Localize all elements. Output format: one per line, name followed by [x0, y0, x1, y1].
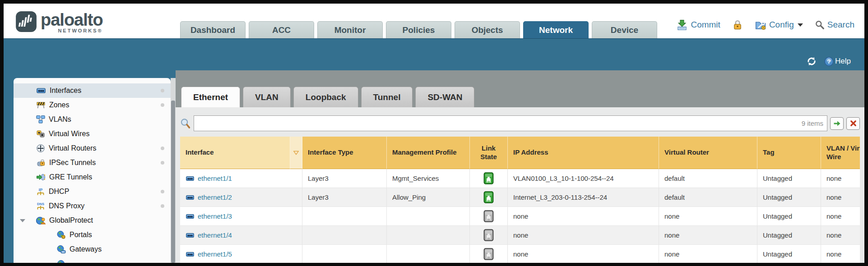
ip-cell: none [508, 245, 659, 263]
config-icon [755, 19, 766, 31]
apply-filter-button[interactable] [830, 117, 844, 130]
commit-button[interactable]: Commit [676, 19, 720, 31]
sidebar-scrollbar[interactable] [171, 78, 176, 263]
brand-name: paloalto [41, 11, 103, 29]
profile-cell [387, 226, 470, 245]
router-cell: none [659, 207, 757, 226]
table-row[interactable]: ethernet1/2 Layer3 Allow_Ping Internet_L… [180, 188, 860, 207]
sidebar-item-label: GlobalProtect [49, 216, 93, 225]
col-interface[interactable]: Interface [180, 137, 290, 169]
table-row[interactable]: ethernet1/4 none none Untagged none [180, 226, 860, 245]
table-row[interactable]: ethernet1/1 Layer3 Mgmt_Services VLAN010… [180, 169, 860, 188]
sidebar-item-globalprotect[interactable]: GlobalProtect [14, 213, 171, 228]
link-up-icon [483, 191, 494, 203]
col-virtual-router[interactable]: Virtual Router [659, 137, 757, 169]
sidebar-item-interfaces[interactable]: Interfaces [14, 83, 171, 98]
subtab-ethernet[interactable]: Ethernet [181, 87, 240, 107]
table-row[interactable]: ethernet1/5 none none Untagged none [180, 245, 860, 263]
tag-cell: Untagged [757, 226, 821, 245]
subtab-vlan[interactable]: VLAN [243, 87, 291, 107]
sidebar-item-label: Virtual Routers [49, 144, 97, 152]
col-link-state[interactable]: Link State [470, 137, 508, 169]
sidebar-item-label: Zones [49, 101, 69, 109]
link-state-cell [470, 169, 508, 188]
search-icon [815, 20, 825, 30]
sidebar-item-virtual-wires[interactable]: Virtual Wires [14, 127, 171, 141]
tab-acc[interactable]: ACC [249, 21, 314, 38]
sidebar-item-portals[interactable]: Portals [14, 228, 171, 242]
filter-input[interactable] [194, 116, 827, 131]
sidebar-item-dns-proxy[interactable]: DNS Proxy [14, 199, 171, 213]
sidebar-item-ipsec-tunnels[interactable]: IPSec Tunnels [14, 156, 171, 170]
tab-network[interactable]: Network [523, 21, 589, 38]
search-button[interactable]: Search [815, 20, 854, 30]
interface-link[interactable]: ethernet1/5 [198, 250, 232, 258]
interfaces-icon [36, 86, 46, 95]
tab-device[interactable]: Device [592, 21, 657, 38]
clipped-item-icon [57, 259, 66, 263]
item-dot [161, 204, 164, 208]
item-dot [161, 103, 164, 107]
sidebar-item-label: Interfaces [50, 87, 81, 95]
item-dot [161, 147, 164, 150]
tab-monitor[interactable]: Monitor [317, 21, 383, 38]
col-interface-type[interactable]: Interface Type [302, 137, 387, 169]
sidebar-item-gateways[interactable]: Gateways [14, 242, 171, 257]
interface-link[interactable]: ethernet1/2 [198, 193, 232, 201]
scrollbar-thumb[interactable] [171, 101, 175, 263]
filter-row: 9 items [180, 115, 860, 131]
subtab-sdwan[interactable]: SD-WAN [415, 87, 474, 107]
table-row[interactable]: ethernet1/3 none none Untagged none [180, 207, 860, 226]
sidebar-item-gre-tunnels[interactable]: GRE Tunnels [14, 170, 171, 184]
sidebar: Interfaces Zones VLANs Virtual Wires Vir… [14, 78, 171, 263]
sort-dropdown[interactable] [290, 137, 302, 169]
sidebar-item-vlans[interactable]: VLANs [14, 112, 171, 127]
subtab-loopback[interactable]: Loopback [293, 87, 358, 107]
sidebar-item-virtual-routers[interactable]: Virtual Routers [14, 141, 171, 156]
config-label: Config [769, 20, 794, 30]
vlan-cell: none [821, 245, 860, 263]
col-ip-address[interactable]: IP Address [508, 137, 659, 169]
tag-cell: Untagged [757, 169, 821, 188]
col-management-profile[interactable]: Management Profile [387, 137, 470, 169]
interface-link[interactable]: ethernet1/3 [198, 212, 232, 220]
tab-dashboard[interactable]: Dashboard [180, 21, 246, 38]
clear-filter-button[interactable] [846, 117, 860, 130]
sidebar-item-clipped[interactable] [14, 257, 171, 263]
profile-cell: Allow_Ping [387, 188, 470, 207]
collapse-triangle-icon[interactable] [20, 219, 25, 222]
sidebar-item-dhcp[interactable]: DHCP [14, 184, 171, 199]
help-icon [824, 57, 834, 66]
top-toolbar: Commit Config Search [676, 19, 854, 31]
profile-cell [387, 245, 470, 263]
profile-cell [387, 207, 470, 226]
type-cell [302, 226, 387, 245]
link-state-cell [470, 188, 508, 207]
gateways-icon [57, 245, 66, 254]
col-vlan-virtual-wire[interactable]: VLAN / Virtual Wire [821, 137, 860, 169]
subtab-tunnel[interactable]: Tunnel [361, 87, 413, 107]
chevron-down-icon [798, 23, 803, 27]
tab-policies[interactable]: Policies [386, 21, 451, 38]
refresh-icon[interactable] [806, 56, 817, 67]
config-menu-button[interactable]: Config [755, 19, 803, 31]
network-subtabs: Ethernet VLAN Loopback Tunnel SD-WAN [176, 87, 864, 107]
tab-objects[interactable]: Objects [455, 21, 520, 38]
interface-cell: ethernet1/1 [180, 169, 302, 188]
type-cell [302, 207, 387, 226]
interface-link[interactable]: ethernet1/4 [198, 231, 232, 239]
ip-cell: VLAN0100_L3_10-1-100-254--24 [508, 169, 659, 188]
type-cell: Layer3 [302, 188, 387, 207]
link-state-cell [470, 245, 508, 263]
col-tag[interactable]: Tag [757, 137, 821, 169]
vlan-cell: none [821, 188, 860, 207]
sidebar-item-zones[interactable]: Zones [14, 98, 171, 112]
router-cell: default [659, 188, 757, 207]
paloalto-logo-icon [15, 11, 37, 32]
lock-icon[interactable] [732, 19, 743, 30]
commit-label: Commit [691, 20, 720, 30]
help-button[interactable]: Help [824, 57, 851, 66]
brand-subname: NETWORKS® [58, 28, 102, 33]
interface-cell: ethernet1/3 [180, 207, 302, 226]
interface-link[interactable]: ethernet1/1 [198, 174, 232, 182]
